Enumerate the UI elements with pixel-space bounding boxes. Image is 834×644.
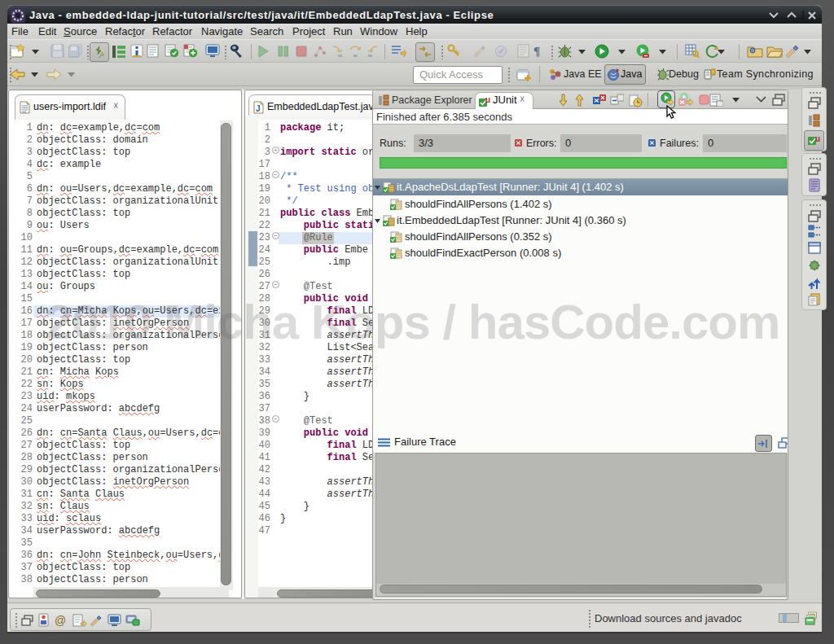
svg-text:J: J xyxy=(256,104,261,113)
svg-text:@: @ xyxy=(55,614,66,627)
svg-text:u: u xyxy=(815,134,820,143)
svg-text:¶: ¶ xyxy=(533,45,540,58)
svg-text:u: u xyxy=(485,95,490,104)
